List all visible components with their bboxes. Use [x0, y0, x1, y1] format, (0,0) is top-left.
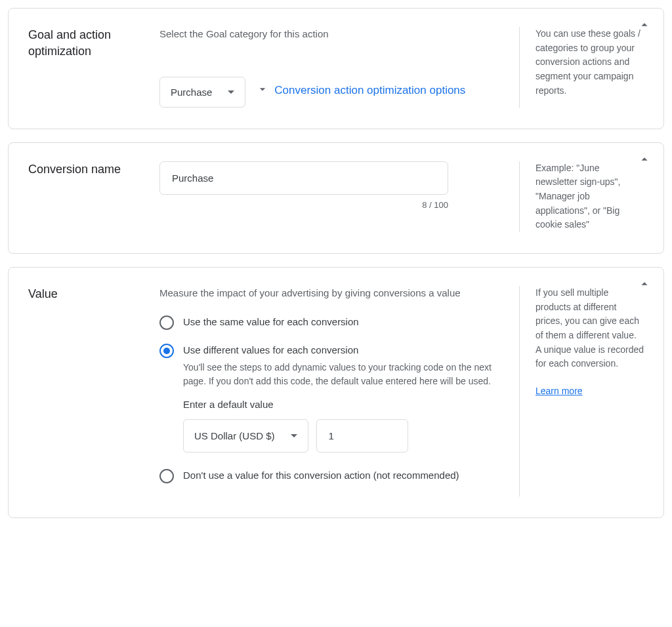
default-value-section: Enter a default value US Dollar (USD $) — [183, 399, 506, 453]
currency-value: US Dollar (USD $) — [194, 430, 275, 441]
section-label: Conversion name — [28, 161, 159, 232]
goal-action-card: Goal and action optimization Select the … — [8, 8, 664, 129]
caret-down-icon — [291, 434, 297, 437]
optimization-options-label: Conversion action optimization options — [274, 84, 465, 97]
radio-icon — [159, 469, 174, 483]
radio-diff-label: Use different values for each conversion — [183, 343, 506, 358]
char-count: 8 / 100 — [159, 200, 448, 210]
value-card: Value Measure the impact of your adverti… — [8, 267, 664, 518]
conversion-name-card: Conversion name 8 / 100 Example: "June n… — [8, 142, 664, 254]
value-title: Value — [28, 286, 159, 302]
radio-no-value[interactable]: Don't use a value for this conversion ac… — [159, 468, 506, 483]
collapse-button[interactable] — [637, 152, 652, 169]
goal-desc: Select the Goal category for this action — [159, 27, 506, 42]
learn-more-link[interactable]: Learn more — [536, 384, 583, 399]
default-value-input[interactable] — [316, 419, 408, 453]
value-help-col: If you sell multiple products at differe… — [519, 286, 644, 496]
goal-category-value: Purchase — [171, 87, 212, 98]
optimization-options-toggle[interactable]: Conversion action optimization options — [256, 83, 465, 99]
conversion-name-main: 8 / 100 — [159, 161, 519, 232]
conversion-name-title: Conversion name — [28, 161, 159, 178]
radio-none-label: Don't use a value for this conversion ac… — [183, 468, 459, 483]
chevron-down-icon — [256, 83, 269, 99]
goal-main: Select the Goal category for this action… — [159, 27, 519, 108]
radio-different-values[interactable]: Use different values for each conversion… — [159, 343, 506, 388]
radio-diff-sub: You'll see the steps to add dynamic valu… — [183, 361, 506, 388]
default-value-label: Enter a default value — [183, 399, 506, 410]
value-help: If you sell multiple products at differe… — [536, 286, 644, 371]
radio-icon-selected — [159, 344, 174, 358]
radio-icon — [159, 315, 174, 330]
conversion-name-input[interactable] — [159, 161, 448, 195]
value-desc: Measure the impact of your advertising b… — [159, 286, 506, 301]
goal-help: You can use these goals / categories to … — [519, 27, 644, 108]
radio-same-value[interactable]: Use the same value for each conversion — [159, 315, 506, 330]
currency-select[interactable]: US Dollar (USD $) — [183, 419, 308, 453]
caret-down-icon — [228, 91, 234, 94]
conversion-name-help: Example: "June newsletter sign-ups", "Ma… — [519, 161, 644, 232]
goal-title: Goal and action optimization — [28, 27, 159, 60]
radio-dot-icon — [163, 348, 170, 354]
radio-same-label: Use the same value for each conversion — [183, 315, 359, 330]
collapse-button[interactable] — [637, 18, 652, 34]
value-main: Measure the impact of your advertising b… — [159, 286, 519, 496]
goal-category-select[interactable]: Purchase — [159, 77, 245, 108]
section-label: Value — [28, 286, 159, 496]
section-label: Goal and action optimization — [28, 27, 159, 108]
collapse-button[interactable] — [637, 277, 652, 293]
